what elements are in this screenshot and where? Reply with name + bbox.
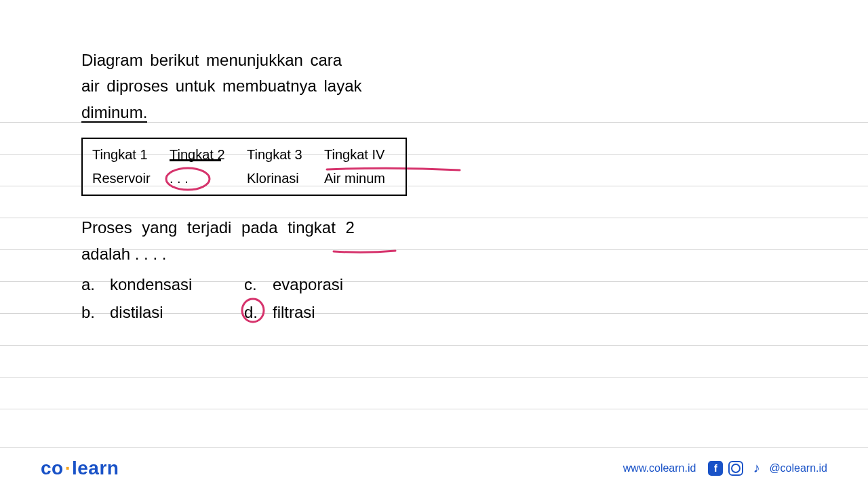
stages-table: Tingkat 1 Tingkat 2 Tingkat 3 Tingkat IV… xyxy=(81,138,407,196)
logo: co·learn xyxy=(41,458,119,479)
option-b: b. distilasi xyxy=(81,299,244,327)
question-line-1: Diagram berikut menunjukkan cara xyxy=(81,51,342,69)
option-d-label: d. xyxy=(244,299,262,327)
table-value-4: Air minum xyxy=(321,171,399,186)
logo-learn: learn xyxy=(72,458,119,479)
table-value-1: Reservoir xyxy=(90,171,167,186)
question-prompt-line-1: Proses yang terjadi pada tingkat 2 xyxy=(81,215,407,241)
ruled-line xyxy=(0,409,868,409)
option-b-label: b. xyxy=(81,299,99,327)
options-grid: a. kondensasi c. evaporasi b. distilasi … xyxy=(81,271,407,327)
table-header-3: Tingkat 3 xyxy=(244,147,321,163)
table-value-2: . . . xyxy=(167,171,244,186)
option-d: d. filtrasi xyxy=(244,299,407,327)
table-value-3: Klorinasi xyxy=(244,171,321,186)
option-c-text: evaporasi xyxy=(273,271,343,299)
tiktok-icon: ♪ xyxy=(749,461,764,476)
option-b-text: distilasi xyxy=(110,299,163,327)
table-header-4: Tingkat IV xyxy=(321,147,399,163)
logo-dot: · xyxy=(64,458,72,479)
question-line-2: air diproses untuk membuatnya layak xyxy=(81,77,362,95)
footer: co·learn www.colearn.id f ♪ @colearn.id xyxy=(0,447,868,488)
footer-right: www.colearn.id f ♪ @colearn.id xyxy=(623,461,827,476)
option-a-text: kondensasi xyxy=(110,271,192,299)
annotation-underline-2 xyxy=(332,245,397,251)
ruled-line xyxy=(0,345,868,346)
tingkat2-underline xyxy=(170,159,221,161)
website-link: www.colearn.id xyxy=(623,462,696,474)
option-d-text: filtrasi xyxy=(273,299,315,327)
table-header-row: Tingkat 1 Tingkat 2 Tingkat 3 Tingkat IV xyxy=(90,147,399,163)
social-icons: f ♪ @colearn.id xyxy=(708,461,827,476)
option-c-label: c. xyxy=(244,271,262,299)
option-c: c. evaporasi xyxy=(244,271,407,299)
table-value-row: Reservoir . . . Klorinasi Air minum xyxy=(90,171,399,186)
question-line-3: diminum. xyxy=(81,103,147,123)
logo-co: co xyxy=(41,458,64,479)
option-a: a. kondensasi xyxy=(81,271,244,299)
table-header-1: Tingkat 1 xyxy=(90,147,167,163)
instagram-icon xyxy=(728,461,743,476)
question-paragraph: Diagram berikut menunjukkan cara air dip… xyxy=(81,47,407,125)
ruled-line xyxy=(0,377,868,378)
content-area: Diagram berikut menunjukkan cara air dip… xyxy=(81,47,407,327)
question-prompt: Proses yang terjadi pada tingkat 2 adala… xyxy=(81,215,407,267)
social-handle: @colearn.id xyxy=(769,462,827,474)
option-a-label: a. xyxy=(81,271,99,299)
facebook-icon: f xyxy=(708,461,723,476)
